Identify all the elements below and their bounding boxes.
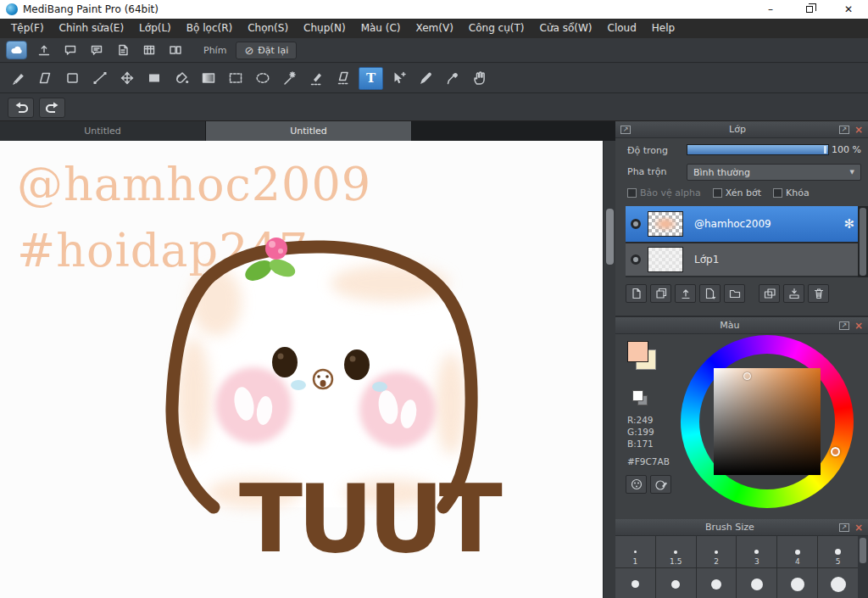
maximize-button[interactable]: [790, 0, 829, 19]
tool-select-eraser-button[interactable]: [331, 67, 356, 90]
brush-dot-icon: [751, 578, 763, 590]
default-fg-swatch[interactable]: [632, 390, 643, 401]
foreground-color-swatch[interactable]: [627, 341, 648, 362]
brush-size-cell[interactable]: [697, 568, 737, 598]
brush-panel-close-icon[interactable]: ×: [854, 523, 863, 533]
menu-item-cong-cu[interactable]: Công cụ(T): [461, 19, 532, 38]
menu-item-mau[interactable]: Màu (C): [353, 19, 409, 38]
sv-indicator[interactable]: [743, 372, 751, 380]
tool-line-button[interactable]: [87, 67, 112, 90]
layer-visibility-icon[interactable]: [631, 254, 641, 265]
merge-layer-button[interactable]: [783, 284, 804, 303]
minimize-button[interactable]: –: [751, 0, 790, 19]
layer-row-hamhoc[interactable]: @hamhoc2009 ✻: [626, 206, 868, 242]
brush-scrollbar-handle[interactable]: [860, 538, 866, 563]
brush-size-cell[interactable]: 1.5: [656, 536, 696, 567]
tool-fill-rect-button[interactable]: [142, 67, 166, 90]
tool-stamp-button[interactable]: [60, 67, 85, 90]
canvas-scrollbar-handle[interactable]: [606, 209, 614, 265]
delete-layer-button[interactable]: [808, 284, 829, 303]
copy-layer-button[interactable]: [759, 284, 780, 303]
select-eraser-icon: [336, 70, 353, 86]
menu-item-bo-loc[interactable]: Bộ lọc(R): [179, 19, 240, 38]
brush-dot-icon: [711, 579, 721, 590]
menu-item-chup[interactable]: Chụp(N): [296, 19, 353, 38]
transfer-layer-button[interactable]: [675, 284, 696, 303]
layer-row-lop1[interactable]: Lớp1: [626, 242, 868, 276]
menu-item-cua-so[interactable]: Cửa sổ(W): [532, 19, 600, 38]
clipping-checkbox[interactable]: Xén bớt: [713, 187, 761, 198]
tool-eyedropper-button[interactable]: [440, 67, 465, 90]
brush-size-cell[interactable]: 3: [737, 536, 776, 567]
chat-button[interactable]: [85, 40, 108, 60]
comment-button[interactable]: [58, 40, 82, 60]
brush-size-cell[interactable]: 5: [818, 536, 858, 567]
tool-magic-wand-button[interactable]: [277, 67, 302, 90]
layer-menu-button[interactable]: [699, 284, 721, 303]
layer-folder-button[interactable]: [724, 284, 745, 303]
tool-bucket-button[interactable]: [169, 67, 193, 90]
canvas-vertical-scrollbar[interactable]: [603, 141, 615, 598]
layer-panel-popout-icon[interactable]: ↗: [839, 126, 849, 134]
brush-panel-popout-icon[interactable]: ↗: [839, 523, 849, 532]
menu-item-lop[interactable]: Lớp(L): [131, 19, 179, 38]
brush-size-cell[interactable]: [777, 568, 817, 598]
panels-button[interactable]: [164, 40, 187, 60]
hue-indicator[interactable]: [831, 447, 840, 456]
layer-visibility-icon[interactable]: [631, 219, 641, 229]
layer-panel-close-icon[interactable]: ×: [854, 125, 863, 135]
tool-move-button[interactable]: [114, 67, 139, 90]
brush-panel-scrollbar[interactable]: [858, 536, 868, 598]
tab-untitled-1[interactable]: Untitled: [0, 121, 206, 141]
brush-size-cell[interactable]: [818, 568, 858, 598]
color-panel-popout-icon[interactable]: ↗: [839, 321, 849, 330]
menu-item-help[interactable]: Help: [644, 19, 682, 38]
tool-select-lasso-button[interactable]: [250, 67, 275, 90]
lock-checkbox[interactable]: Khóa: [773, 187, 810, 198]
tool-gradient-button[interactable]: [196, 67, 220, 90]
reset-button[interactable]: ⊘ Đặt lại: [236, 42, 297, 59]
cloud-save-button[interactable]: [6, 41, 27, 59]
layer-settings-icon[interactable]: ✻: [843, 218, 854, 231]
menu-item-tep[interactable]: Tệp(F): [3, 19, 52, 38]
brush-size-cell[interactable]: 4: [777, 536, 817, 567]
document-button[interactable]: [111, 40, 135, 60]
tool-select-rect-button[interactable]: [223, 67, 248, 90]
upload-button[interactable]: [32, 40, 56, 60]
tab-untitled-2[interactable]: Untitled: [206, 121, 412, 141]
popout-icon[interactable]: ↗: [620, 126, 631, 134]
tool-text-button[interactable]: T: [359, 67, 383, 90]
menu-item-xem[interactable]: Xem(V): [409, 19, 461, 38]
brush-size-cell[interactable]: 2: [697, 536, 737, 567]
brush-size-cell[interactable]: [737, 568, 776, 598]
close-button[interactable]: ✕: [829, 0, 868, 19]
canvas[interactable]: @hamhoc2009 #hoidap247: [0, 141, 603, 598]
color-wheel-mode-button[interactable]: [626, 475, 647, 494]
blend-mode-select[interactable]: Bình thường ▼: [687, 164, 861, 181]
new-layer-button[interactable]: [626, 284, 647, 303]
undo-button[interactable]: [8, 98, 34, 118]
redo-button[interactable]: [39, 98, 65, 118]
palette-edit-button[interactable]: [650, 475, 671, 494]
tool-hand-button[interactable]: [467, 67, 492, 90]
tool-select-pen-button[interactable]: [304, 67, 329, 90]
alpha-lock-checkbox[interactable]: Bảo vệ alpha: [627, 187, 701, 198]
opacity-slider[interactable]: [687, 144, 829, 155]
color-panel-close-icon[interactable]: ×: [854, 321, 863, 331]
menu-item-chon[interactable]: Chọn(S): [240, 19, 296, 38]
tool-operation-button[interactable]: [386, 67, 410, 90]
saturation-value-box[interactable]: [714, 368, 821, 475]
brush-size-cell[interactable]: [656, 568, 696, 598]
brush-size-cell[interactable]: [615, 568, 655, 598]
layer-scrollbar-handle[interactable]: [860, 208, 866, 276]
grid-button[interactable]: [137, 40, 161, 60]
tool-brush-button[interactable]: [6, 67, 31, 90]
menu-item-chinh-sua[interactable]: Chỉnh sửa(E): [52, 19, 132, 38]
menu-item-cloud[interactable]: Cloud: [600, 19, 644, 38]
layer-name: Lớp1: [694, 254, 719, 265]
brush-size-cell[interactable]: 1: [615, 536, 655, 567]
tool-eraser-button[interactable]: [33, 67, 58, 90]
layer-list-scrollbar[interactable]: [858, 206, 868, 277]
duplicate-layer-button[interactable]: [650, 284, 671, 303]
tool-pen-button[interactable]: [413, 67, 437, 90]
